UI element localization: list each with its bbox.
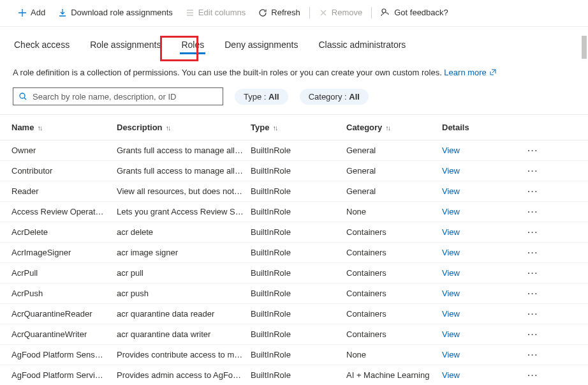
- tab-classic-administrators[interactable]: Classic administrators: [317, 37, 407, 57]
- cell-description: acr image signer: [117, 248, 251, 257]
- table-header: Name↑↓ Description↑↓ Type↑↓ Category↑↓ D…: [0, 115, 588, 140]
- more-button[interactable]: ···: [518, 289, 547, 298]
- cell-name: AcrPull: [11, 268, 117, 278]
- col-details: Details: [442, 123, 518, 132]
- svg-point-0: [382, 9, 386, 13]
- cell-name: AcrImageSigner: [11, 248, 117, 257]
- more-button[interactable]: ···: [518, 146, 547, 155]
- learn-more-link[interactable]: Learn more: [444, 68, 496, 77]
- cell-type: BuiltInRole: [251, 329, 346, 339]
- more-button[interactable]: ···: [518, 248, 547, 257]
- view-link[interactable]: View: [442, 146, 518, 155]
- refresh-label: Refresh: [271, 8, 300, 17]
- table-row: OwnerGrants full access to manage all re…: [0, 140, 588, 161]
- filters-row: Type : All Category : All: [0, 82, 588, 114]
- toolbar-separator: [309, 7, 310, 19]
- search-box[interactable]: [13, 87, 223, 105]
- view-link[interactable]: View: [442, 268, 518, 278]
- cell-category: Containers: [346, 227, 442, 237]
- more-button[interactable]: ···: [518, 329, 547, 339]
- refresh-button[interactable]: Refresh: [252, 5, 307, 20]
- cell-type: BuiltInRole: [251, 289, 346, 298]
- remove-icon: [319, 8, 328, 17]
- description-line: A role definition is a collection of per…: [0, 57, 588, 82]
- view-link[interactable]: View: [442, 248, 518, 257]
- cell-type: BuiltInRole: [251, 309, 346, 319]
- more-button[interactable]: ···: [518, 268, 547, 278]
- sort-icon: ↑↓: [385, 124, 390, 132]
- cell-type: BuiltInRole: [251, 166, 346, 176]
- more-button[interactable]: ···: [518, 350, 547, 359]
- cell-category: General: [346, 166, 442, 176]
- view-link[interactable]: View: [442, 350, 518, 359]
- table-row: ReaderView all resources, but does not a…: [0, 181, 588, 202]
- table-row: AgFood Platform Servi…Provides admin acc…: [0, 365, 588, 385]
- refresh-icon: [258, 8, 267, 17]
- plus-icon: [18, 8, 27, 17]
- toolbar: Add Download role assignments Edit colum…: [0, 0, 588, 27]
- columns-icon: [186, 8, 195, 17]
- cell-type: BuiltInRole: [251, 248, 346, 257]
- cell-description: Provides contribute access to man…: [117, 350, 251, 359]
- scrollbar[interactable]: [582, 36, 587, 59]
- cell-type: BuiltInRole: [251, 207, 346, 216]
- feedback-button[interactable]: Got feedback?: [374, 5, 455, 20]
- col-type[interactable]: Type↑↓: [251, 123, 346, 132]
- remove-label: Remove: [332, 8, 362, 17]
- cell-name: AcrQuarantineReader: [11, 309, 117, 319]
- table-row: AcrQuarantineReaderacr quarantine data r…: [0, 304, 588, 324]
- col-name[interactable]: Name↑↓: [11, 123, 117, 132]
- add-button[interactable]: Add: [11, 5, 52, 20]
- tab-check-access[interactable]: Check access: [13, 37, 71, 57]
- cell-name: AcrDelete: [11, 227, 117, 237]
- cell-category: Containers: [346, 248, 442, 257]
- more-button[interactable]: ···: [518, 207, 547, 216]
- table-row: AgFood Platform Sens…Provides contribute…: [0, 345, 588, 365]
- view-link[interactable]: View: [442, 166, 518, 176]
- more-button[interactable]: ···: [518, 166, 547, 176]
- view-link[interactable]: View: [442, 309, 518, 319]
- search-input[interactable]: [31, 91, 217, 102]
- cell-name: Access Review Operat…: [11, 207, 117, 216]
- cell-type: BuiltInRole: [251, 227, 346, 237]
- cell-description: View all resources, but does not all…: [117, 186, 251, 196]
- more-button[interactable]: ···: [518, 309, 547, 319]
- tab-deny-assignments[interactable]: Deny assignments: [223, 37, 299, 57]
- tab-role-assignments[interactable]: Role assignments: [89, 37, 162, 57]
- view-link[interactable]: View: [442, 289, 518, 298]
- tab-roles[interactable]: Roles: [180, 37, 205, 57]
- svg-point-1: [20, 93, 25, 98]
- col-category[interactable]: Category↑↓: [346, 123, 442, 132]
- view-link[interactable]: View: [442, 186, 518, 196]
- category-filter[interactable]: Category : All: [300, 89, 369, 105]
- more-button[interactable]: ···: [518, 186, 547, 196]
- edit-columns-label: Edit columns: [198, 8, 246, 17]
- view-link[interactable]: View: [442, 329, 518, 339]
- table-row: AcrPullacr pullBuiltInRoleContainersView…: [0, 263, 588, 283]
- more-button[interactable]: ···: [518, 227, 547, 237]
- view-link[interactable]: View: [442, 227, 518, 237]
- edit-columns-button: Edit columns: [179, 5, 252, 20]
- search-icon: [18, 92, 27, 101]
- view-link[interactable]: View: [442, 370, 518, 380]
- more-button[interactable]: ···: [518, 370, 547, 380]
- cell-description: Provides admin access to AgFood …: [117, 370, 251, 380]
- sort-icon: ↑↓: [272, 124, 277, 132]
- cell-type: BuiltInRole: [251, 186, 346, 196]
- cell-type: BuiltInRole: [251, 370, 346, 380]
- cell-description: Grants full access to manage all res…: [117, 166, 251, 176]
- type-filter[interactable]: Type : All: [235, 89, 288, 105]
- cell-description: Grants full access to manage all res…: [117, 146, 251, 155]
- feedback-icon: [381, 8, 390, 17]
- add-label: Add: [31, 8, 45, 17]
- cell-category: None: [346, 350, 442, 359]
- download-button[interactable]: Download role assignments: [52, 5, 179, 20]
- tabs: Check access Role assignments Roles Deny…: [0, 27, 588, 57]
- col-description[interactable]: Description↑↓: [117, 123, 251, 132]
- feedback-label: Got feedback?: [394, 8, 448, 17]
- cell-type: BuiltInRole: [251, 146, 346, 155]
- cell-description: acr quarantine data reader: [117, 309, 251, 319]
- view-link[interactable]: View: [442, 207, 518, 216]
- cell-category: Containers: [346, 329, 442, 339]
- cell-category: General: [346, 146, 442, 155]
